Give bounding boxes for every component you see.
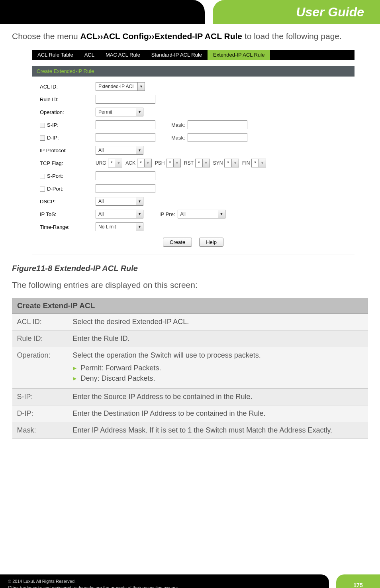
time-range-select[interactable]: No Limit ▼ [96, 222, 143, 231]
acl-id-select[interactable]: Extended-IP ACL ▼ [96, 82, 145, 91]
rule-id-input[interactable] [96, 95, 155, 104]
chevron-down-icon: ▼ [137, 83, 145, 90]
flag-syn-select[interactable]: *▼ [224, 159, 239, 167]
dip-input[interactable] [96, 133, 155, 142]
tab-bar: ACL Rule Table ACL MAC ACL Rule Standard… [32, 50, 355, 60]
flag-rst-label: RST [184, 160, 194, 166]
flag-fin-label: FIN [242, 160, 250, 166]
info-table: Create Extend-IP ACL ACL ID: Select the … [12, 298, 368, 439]
chevron-down-icon: ▼ [115, 159, 122, 167]
page-header: User Guide [0, 0, 380, 24]
tab-extended-ip-acl-rule[interactable]: Extended-IP ACL Rule [208, 50, 270, 60]
create-button[interactable]: Create [163, 238, 192, 247]
row-desc: Select the operation the Switch will use… [68, 347, 368, 389]
footer-text: © 2014 Luxul. All Rights Reserved. Other… [0, 574, 329, 588]
iptos-label: IP ToS: [40, 211, 96, 217]
dip-checkbox[interactable] [40, 136, 45, 141]
flag-urg-label: URG [96, 160, 106, 166]
dscp-select[interactable]: All ▼ [96, 197, 143, 206]
intro-text: Choose the menu ACL››ACL Config››Extende… [12, 30, 368, 42]
row-desc: Enter IP Address Mask. If it is set to 1… [68, 422, 368, 439]
sip-label: S-IP: [40, 122, 96, 128]
row-label: ACL ID: [12, 314, 68, 330]
dport-checkbox[interactable] [40, 187, 45, 192]
chevron-down-icon: ▼ [173, 159, 180, 167]
row-label: Rule ID: [12, 330, 68, 347]
description-text: The following entries are displayed on t… [12, 280, 368, 290]
table-row: Mask: Enter IP Address Mask. If it is se… [12, 422, 368, 439]
row-desc: Enter the Destination IP Address to be c… [68, 405, 368, 422]
page-footer: © 2014 Luxul. All Rights Reserved. Other… [0, 574, 380, 588]
chevron-down-icon: ▼ [144, 159, 151, 167]
bullet-item: Deny: Discard Packets. [73, 374, 363, 383]
sport-label: S-Port: [40, 173, 96, 179]
tcp-flag-row: URG *▼ ACK *▼ PSH *▼ RST *▼ SYN *▼ FIN *… [96, 159, 266, 167]
row-desc: Enter the Rule ID. [68, 330, 368, 347]
page-number: 175 [336, 574, 380, 588]
guide-title: User Guide [296, 5, 364, 20]
chevron-down-icon: ▼ [136, 108, 143, 116]
rule-id-label: Rule ID: [40, 96, 96, 102]
acl-rule-screenshot: ACL Rule Table ACL MAC ACL Rule Standard… [32, 50, 355, 254]
flag-psh-select[interactable]: *▼ [166, 159, 181, 167]
acl-id-label: ACL ID: [40, 84, 96, 90]
tab-mac-acl-rule[interactable]: MAC ACL Rule [100, 50, 146, 60]
table-row: D-IP: Enter the Destination IP Address t… [12, 405, 368, 422]
figure-caption: Figure11-8 Extended-IP ACL Rule [12, 264, 368, 273]
table-row: Operation: Select the operation the Swit… [12, 347, 368, 389]
operation-select[interactable]: Permit ▼ [96, 108, 143, 116]
header-black-bar [0, 0, 205, 24]
ip-protocol-label: IP Protocol: [40, 147, 96, 153]
flag-rst-select[interactable]: *▼ [195, 159, 210, 167]
flag-psh-label: PSH [155, 160, 165, 166]
table-row: Rule ID: Enter the Rule ID. [12, 330, 368, 347]
flag-fin-select[interactable]: *▼ [251, 159, 266, 167]
tab-acl[interactable]: ACL [79, 50, 100, 60]
chevron-down-icon: ▼ [136, 210, 143, 218]
row-desc: Select the desired Extended-IP ACL. [68, 314, 368, 330]
row-label: Operation: [12, 347, 68, 389]
operation-label: Operation: [40, 109, 96, 115]
flag-ack-select[interactable]: *▼ [137, 159, 152, 167]
flag-syn-label: SYN [213, 160, 223, 166]
flag-urg-select[interactable]: *▼ [108, 159, 123, 167]
dscp-label: DSCP: [40, 199, 96, 205]
chevron-down-icon: ▼ [259, 159, 266, 167]
menu-path: ACL››ACL Config››Extended-IP ACL Rule [80, 31, 242, 41]
chevron-down-icon: ▼ [202, 159, 210, 167]
row-desc: Enter the Source IP Address to be contai… [68, 389, 368, 405]
chevron-down-icon: ▼ [136, 146, 143, 154]
form-area: ACL ID: Extended-IP ACL ▼ Rule ID: Opera… [32, 77, 355, 248]
sport-input[interactable] [96, 171, 155, 180]
sport-checkbox[interactable] [40, 174, 45, 179]
row-label: Mask: [12, 422, 68, 439]
table-header: Create Extend-IP ACL [12, 298, 368, 314]
sip-mask-input[interactable] [188, 120, 247, 129]
sip-mask-label: Mask: [171, 122, 185, 128]
ip-protocol-select[interactable]: All ▼ [96, 146, 143, 155]
chevron-down-icon: ▼ [136, 197, 143, 205]
chevron-down-icon: ▼ [136, 223, 143, 231]
sip-checkbox[interactable] [40, 123, 45, 128]
help-button[interactable]: Help [199, 238, 223, 247]
table-row: S-IP: Enter the Source IP Address to be … [12, 389, 368, 405]
dport-label: D-Port: [40, 186, 96, 192]
iptos-select[interactable]: All ▼ [96, 210, 143, 218]
flag-ack-label: ACK [125, 160, 135, 166]
time-range-label: Time-Range: [40, 224, 96, 230]
tcp-flag-label: TCP Flag: [40, 160, 96, 166]
row-label: S-IP: [12, 389, 68, 405]
ippre-select[interactable]: All ▼ [178, 210, 225, 218]
sip-input[interactable] [96, 120, 155, 129]
ippre-label: IP Pre: [159, 211, 175, 217]
chevron-down-icon: ▼ [218, 210, 225, 218]
tab-standard-ip-acl-rule[interactable]: Standard-IP ACL Rule [146, 50, 208, 60]
dport-input[interactable] [96, 184, 155, 193]
bullet-item: Permit: Forward Packets. [73, 364, 363, 372]
dip-mask-label: Mask: [171, 135, 185, 141]
row-label: D-IP: [12, 405, 68, 422]
table-row: ACL ID: Select the desired Extended-IP A… [12, 314, 368, 330]
tab-acl-rule-table[interactable]: ACL Rule Table [32, 50, 79, 60]
section-header: Create Extended-IP Rule [32, 66, 355, 77]
dip-mask-input[interactable] [188, 133, 247, 142]
